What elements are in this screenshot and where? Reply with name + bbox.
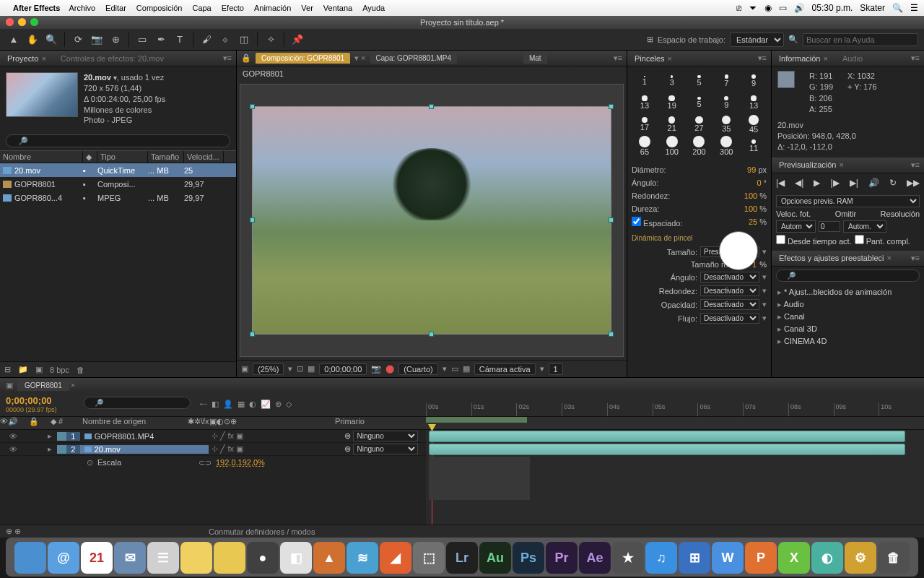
effects-list[interactable]: * Ajust...blecidos de animaciónAudioCana… xyxy=(772,285,924,349)
dynamic-select[interactable]: Desactivado xyxy=(700,272,759,282)
ram-preview-options[interactable]: Opciones previs. RAM xyxy=(776,195,920,207)
project-item-row[interactable]: GOPR880...4▪MPEG... MB29,97 xyxy=(0,191,236,204)
audio-button[interactable]: 🔊 xyxy=(868,178,879,188)
layer-bar[interactable] xyxy=(429,431,905,442)
dock-app-icon[interactable]: ⊞ xyxy=(679,542,710,574)
menu-ventana[interactable]: Ventana xyxy=(323,4,352,12)
brainstorm-icon[interactable]: ⊚ xyxy=(275,400,282,409)
dynamic-select[interactable]: Desactivado xyxy=(700,313,759,324)
time-mark[interactable]: 04s xyxy=(607,403,653,416)
trash-icon[interactable]: 🗑 xyxy=(77,366,84,374)
dock-app-icon[interactable]: 🗑 xyxy=(878,542,910,574)
workspace-select[interactable]: Estándar xyxy=(730,33,784,47)
brush-preset[interactable]: 13 xyxy=(632,92,658,113)
project-search-input[interactable] xyxy=(6,134,230,147)
effect-category[interactable]: Canal xyxy=(772,311,924,323)
dock-app-icon[interactable] xyxy=(14,542,46,574)
transparency-grid-icon[interactable]: ▦ xyxy=(463,364,470,374)
dock-app-icon[interactable]: Au xyxy=(479,542,511,574)
dock-app-icon[interactable]: Lr xyxy=(446,542,478,574)
dock-app-icon[interactable]: Ps xyxy=(513,542,544,574)
brush-preset[interactable]: 5 xyxy=(687,92,712,113)
dynamic-select[interactable]: Desactivado xyxy=(700,285,759,296)
menu-editar[interactable]: Editar xyxy=(105,4,126,12)
zoom-dropdown[interactable]: (25%) xyxy=(253,363,284,375)
effect-category[interactable]: CINEMA 4D xyxy=(772,335,924,348)
safe-zones-icon[interactable]: ⊡ xyxy=(297,364,303,374)
frame-blend-icon[interactable]: ▦ xyxy=(237,400,245,409)
dock-app-icon[interactable]: ▲ xyxy=(313,542,345,574)
dock-app-icon[interactable] xyxy=(214,542,245,574)
dock-app-icon[interactable]: X xyxy=(778,542,810,574)
brush-tool-icon[interactable]: 🖌 xyxy=(199,32,214,48)
puppet-tool-icon[interactable]: 📌 xyxy=(289,32,305,48)
panel-menu-icon[interactable]: ▾≡ xyxy=(911,160,920,170)
notifications-icon[interactable]: ☰ xyxy=(910,3,918,13)
dock-app-icon[interactable]: @ xyxy=(48,542,79,574)
last-frame-button[interactable]: ▶| xyxy=(850,178,858,188)
brush-preset[interactable]: 19 xyxy=(659,92,685,113)
eraser-tool-icon[interactable]: ◫ xyxy=(236,32,252,48)
brush-preset[interactable]: 17 xyxy=(632,114,658,134)
dock-app-icon[interactable]: ☰ xyxy=(147,542,179,574)
brush-preset[interactable]: 35 xyxy=(713,114,739,134)
clock[interactable]: 05:30 p.m. xyxy=(812,3,853,13)
dock-app-icon[interactable]: ≋ xyxy=(346,542,378,574)
transform-property-row[interactable]: ⊙Escala⊂⊃192,0,192,0% xyxy=(0,456,426,469)
brush-preset[interactable]: 100 xyxy=(659,136,685,156)
time-mark[interactable]: 08s xyxy=(788,403,834,416)
volume-icon[interactable]: 🔊 xyxy=(794,3,805,13)
first-frame-button[interactable]: |◀ xyxy=(776,178,785,188)
time-mark[interactable]: 02s xyxy=(516,403,562,416)
menu-efecto[interactable]: Efecto xyxy=(222,4,244,12)
panel-menu-icon[interactable]: ▾≡ xyxy=(911,53,920,63)
panel-menu-icon[interactable]: ▾≡ xyxy=(758,53,767,63)
transform-handle[interactable] xyxy=(429,104,434,109)
project-item-list[interactable]: 20.mov▪QuickTime... MB25GOPR8801▪Composi… xyxy=(0,163,236,361)
rectangle-tool-icon[interactable]: ▭ xyxy=(134,32,150,48)
render-queue-icon[interactable]: ▣ xyxy=(6,381,13,390)
brush-preset[interactable]: 3 xyxy=(659,71,685,91)
keyframe-area[interactable] xyxy=(429,457,530,500)
dynamic-select[interactable]: Desactivado xyxy=(700,299,759,310)
dock-app-icon[interactable]: W xyxy=(712,542,744,574)
loop-button[interactable]: ↻ xyxy=(889,178,897,188)
transform-handle[interactable] xyxy=(250,217,255,223)
skip-input[interactable] xyxy=(819,221,840,232)
dock-app-icon[interactable]: Pr xyxy=(546,542,578,574)
timeline-layer-row[interactable]: 👁▸ 220.mov⊹ ╱ fx ▣⊚ Ninguno xyxy=(0,443,426,456)
brush-preset[interactable]: 21 xyxy=(659,114,685,134)
tab-layer[interactable]: Capa: GOPR8801.MP4 xyxy=(370,53,458,64)
brush-preset[interactable]: 300 xyxy=(713,136,739,156)
menu-composicion[interactable]: Composición xyxy=(136,4,183,12)
always-preview-icon[interactable]: ▣ xyxy=(241,364,248,374)
tab-material[interactable]: Mat xyxy=(523,53,547,64)
user-name[interactable]: Skater xyxy=(860,3,885,13)
interpret-icon[interactable]: ⊟ xyxy=(4,365,11,374)
text-tool-icon[interactable]: T xyxy=(172,32,188,48)
draft3d-icon[interactable]: ◧ xyxy=(212,400,219,409)
time-mark[interactable]: 06s xyxy=(697,403,743,416)
tab-proyecto[interactable]: Proyecto xyxy=(4,53,49,64)
lock-icon[interactable]: 🔒 xyxy=(241,53,251,63)
motion-blur-icon[interactable]: ◐ xyxy=(249,400,256,409)
time-mark[interactable]: 09s xyxy=(834,403,879,416)
clone-tool-icon[interactable]: ⟐ xyxy=(217,32,233,48)
dock-app-icon[interactable]: Ae xyxy=(579,542,611,574)
project-item-row[interactable]: 20.mov▪QuickTime... MB25 xyxy=(0,163,236,177)
framerate-select[interactable]: Autom. xyxy=(776,220,816,233)
dock-app-icon[interactable]: ⚙ xyxy=(845,542,876,574)
effect-category[interactable]: Canal 3D xyxy=(772,323,924,335)
brush-preset[interactable]: 7 xyxy=(713,71,739,91)
menu-animacion[interactable]: Animación xyxy=(254,4,291,12)
time-mark[interactable]: 00s xyxy=(426,403,471,416)
effect-category[interactable]: Audio xyxy=(772,298,924,311)
time-mark[interactable]: 01s xyxy=(471,403,517,416)
brush-preset[interactable]: 65 xyxy=(632,136,658,156)
brush-preset[interactable]: 45 xyxy=(741,114,767,134)
time-mark[interactable]: 03s xyxy=(562,403,607,416)
menu-ver[interactable]: Ver xyxy=(301,4,313,12)
toggle-switches-button[interactable]: Conmutar definidores / modos xyxy=(209,527,315,536)
dock-app-icon[interactable]: ★ xyxy=(612,542,644,574)
dock-app-icon[interactable]: ♫ xyxy=(645,542,677,574)
